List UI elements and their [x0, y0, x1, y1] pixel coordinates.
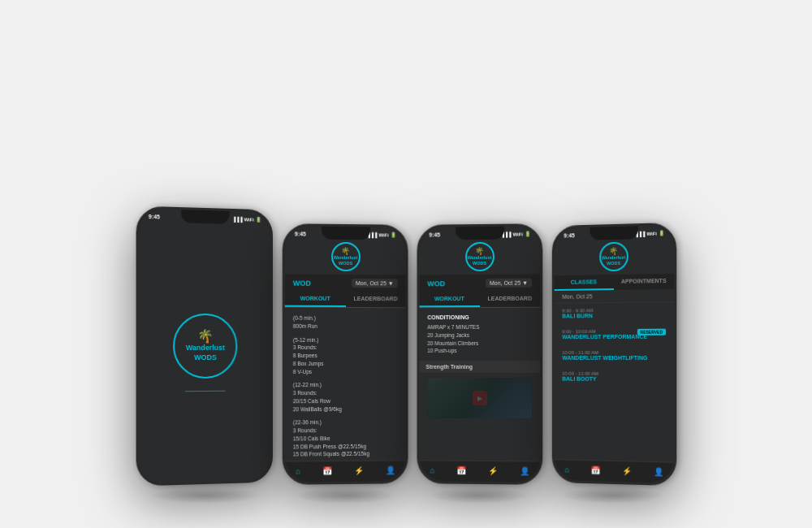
bottom-nav-2: ⌂ 📅 ⚡ 👤 — [284, 460, 405, 482]
wod-nav-2: WOD Mon, Oct 25 ▼ — [284, 275, 405, 292]
tab-bar-3: WORKOUT LEADERBOARD — [419, 292, 540, 309]
tab-workout-3[interactable]: WORKOUT — [419, 292, 479, 307]
time-2: 9:45 — [294, 231, 305, 236]
nav-home-2[interactable]: ⌂ — [296, 466, 300, 475]
nav-calendar-3[interactable]: 📅 — [456, 466, 466, 475]
nav-bolt-4[interactable]: ⚡ — [621, 466, 631, 475]
phone-2-wrapper: 9:45 ▐▐▐ WiFi 🔋 🌴 WanderlustWODS — [283, 224, 408, 504]
scene: 9:45 ▐▐▐ WiFi 🔋 🌴 Wanderlust WODS — [0, 0, 812, 528]
tab-bar-2: WORKOUT LEADERBOARD — [284, 292, 405, 309]
notch-4 — [589, 226, 637, 240]
date-selector-2[interactable]: Mon, Oct 25 ▼ — [351, 279, 397, 288]
tab-workout-2[interactable]: WORKOUT — [284, 292, 345, 307]
phone-3-wrapper: 9:45 ▐▐▐ WiFi 🔋 🌴 WanderlustWODS — [417, 224, 542, 504]
class-date: Mon, Oct 25 — [554, 289, 674, 304]
phone-1: 9:45 ▐▐▐ WiFi 🔋 🌴 Wanderlust WODS — [136, 206, 272, 486]
app-header-2: 🌴 WanderlustWODS — [284, 238, 405, 275]
nav-calendar-4[interactable]: 📅 — [590, 465, 600, 474]
phone-4: 9:45 ▐▐▐ WiFi 🔋 🌴 WanderlustWODS — [551, 223, 676, 486]
wod-label-2[interactable]: WOD — [292, 279, 310, 287]
logo-4: 🌴 WanderlustWODS — [598, 242, 628, 272]
splash-logo: 🌴 Wanderlust WODS — [173, 313, 237, 379]
workout-content-3: CONDITIONING AMRAP x 7 MINUTES20 Jumping… — [419, 308, 540, 483]
date-selector-3[interactable]: Mon, Oct 25 ▼ — [485, 279, 531, 288]
tab-classes-4[interactable]: CLASSES — [554, 275, 613, 291]
nav-user-2[interactable]: 👤 — [385, 465, 395, 474]
notch-2 — [321, 227, 369, 240]
block-4: (22-36 min.)3 Rounds:15/10 Cals Bike15 D… — [292, 418, 397, 459]
workout-content-2: (0-5 min.)800m Run (5-12 min.)3 Rounds:8… — [284, 308, 405, 483]
tab-leaderboard-2[interactable]: LEADERBOARD — [345, 292, 405, 307]
tab-leaderboard-3[interactable]: LEADERBOARD — [479, 292, 540, 307]
splash-logo-text: Wanderlust WODS — [185, 344, 224, 362]
nav-user-4[interactable]: 👤 — [653, 467, 663, 476]
block-1: (0-5 min.)800m Run — [292, 314, 397, 331]
class-item-4[interactable]: 10:00 - 11:00 AM BALI BOOTY — [554, 366, 674, 388]
video-thumbnail[interactable]: ▶ — [427, 378, 532, 418]
wod-label-3[interactable]: WOD — [427, 279, 445, 288]
phone-1-screen: 9:45 ▐▐▐ WiFi 🔋 🌴 Wanderlust WODS — [138, 209, 270, 484]
splash-divider — [185, 390, 226, 391]
nav-bolt-3[interactable]: ⚡ — [487, 466, 497, 475]
palm-icon: 🌴 — [197, 328, 214, 344]
app-header-3: 🌴 WanderlustWODS — [419, 238, 540, 275]
logo-2: 🌴 WanderlustWODS — [330, 242, 360, 271]
block-2: (5-12 min.)3 Rounds:8 Burpees8 Box Jumps… — [292, 335, 397, 375]
nav-home-4[interactable]: ⌂ — [564, 465, 569, 474]
bottom-nav-3: ⌂ 📅 ⚡ 👤 — [419, 460, 540, 482]
phone-2: 9:45 ▐▐▐ WiFi 🔋 🌴 WanderlustWODS — [282, 223, 408, 485]
notch-1 — [181, 210, 229, 224]
nav-bolt-2[interactable]: ⚡ — [353, 466, 363, 475]
conditioning-label: CONDITIONING — [427, 314, 532, 320]
time-1: 9:45 — [148, 214, 159, 219]
time-3: 9:45 — [429, 232, 440, 237]
conditioning-block: CONDITIONING AMRAP x 7 MINUTES20 Jumping… — [427, 314, 532, 355]
phone-1-wrapper: 9:45 ▐▐▐ WiFi 🔋 🌴 Wanderlust WODS — [136, 208, 274, 504]
classes-tabs: CLASSES APPOINTMENTS — [554, 274, 674, 291]
app-header-4: 🌴 WanderlustWODS — [554, 237, 674, 275]
class-item-2[interactable]: RESERVED 9:00 - 10:00 AM WANDERLUST PERF… — [554, 324, 674, 346]
status-icons-1: ▐▐▐ WiFi 🔋 — [232, 216, 261, 223]
tab-appointments-4[interactable]: APPOINTMENTS — [613, 274, 674, 290]
reserved-badge: RESERVED — [637, 329, 666, 335]
nav-calendar-2[interactable]: 📅 — [322, 466, 332, 475]
class-name-1: BALI BURN — [562, 312, 666, 318]
class-item-3[interactable]: 10:00 - 11:00 AM WANDERLUST WEIGHTLIFTIN… — [554, 345, 674, 366]
class-name-4: BALI BOOTY — [562, 376, 666, 383]
phone-4-wrapper: 9:45 ▐▐▐ WiFi 🔋 🌴 WanderlustWODS — [551, 224, 676, 504]
time-4: 9:45 — [564, 232, 575, 238]
class-item-1[interactable]: 8:30 - 9:30 AM BALI BURN — [554, 302, 674, 324]
phone-2-screen: 9:45 ▐▐▐ WiFi 🔋 🌴 WanderlustWODS — [284, 226, 405, 483]
notch-3 — [455, 227, 503, 240]
strength-section-header: Strength Training — [419, 361, 540, 373]
class-name-3: WANDERLUST WEIGHTLIFTING — [562, 355, 666, 361]
phone-4-screen: 9:45 ▐▐▐ WiFi 🔋 🌴 WanderlustWODS — [554, 225, 674, 483]
logo-3: 🌴 WanderlustWODS — [464, 242, 494, 271]
nav-home-3[interactable]: ⌂ — [430, 465, 434, 474]
block-3: (12-22 min.)3 Rounds:20/15 Cals Row20 Wa… — [292, 381, 397, 413]
wod-nav-3: WOD Mon, Oct 25 ▼ — [419, 275, 540, 292]
splash-screen: 🌴 Wanderlust WODS — [138, 221, 270, 484]
phone-3: 9:45 ▐▐▐ WiFi 🔋 🌴 WanderlustWODS — [417, 223, 542, 485]
bottom-nav-4: ⌂ 📅 ⚡ 👤 — [554, 459, 674, 483]
phone-3-screen: 9:45 ▐▐▐ WiFi 🔋 🌴 WanderlustWODS — [419, 226, 540, 483]
nav-user-3[interactable]: 👤 — [519, 466, 529, 475]
